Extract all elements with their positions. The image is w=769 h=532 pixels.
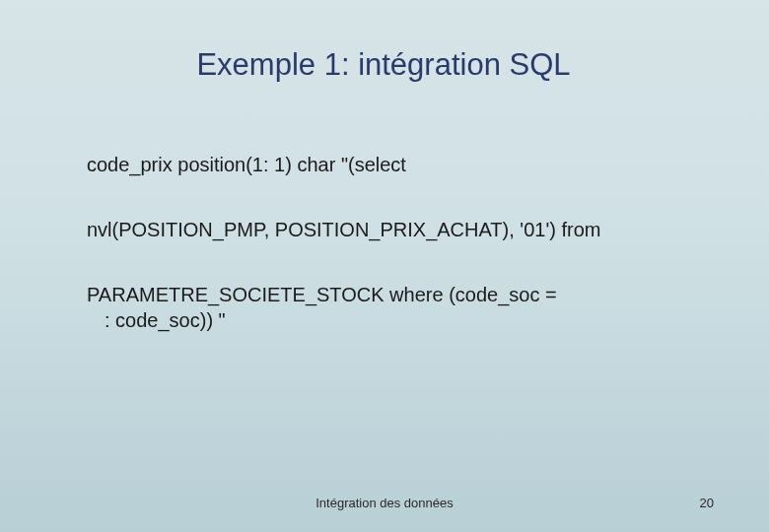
code-line-3a: PARAMETRE_SOCIETE_STOCK where (code_soc … — [87, 282, 690, 307]
page-number: 20 — [700, 496, 714, 510]
slide: Exemple 1: intégration SQL code_prix pos… — [0, 0, 769, 532]
code-line-3b: : code_soc)) " — [87, 307, 690, 333]
slide-title: Exemple 1: intégration SQL — [77, 47, 690, 83]
code-line-1: code_prix position(1: 1) char "(select — [87, 152, 690, 177]
footer-text: Intégration des données — [0, 496, 769, 510]
code-line-2: nvl(POSITION_PMP, POSITION_PRIX_ACHAT), … — [87, 217, 690, 242]
slide-body: code_prix position(1: 1) char "(select n… — [87, 152, 690, 333]
